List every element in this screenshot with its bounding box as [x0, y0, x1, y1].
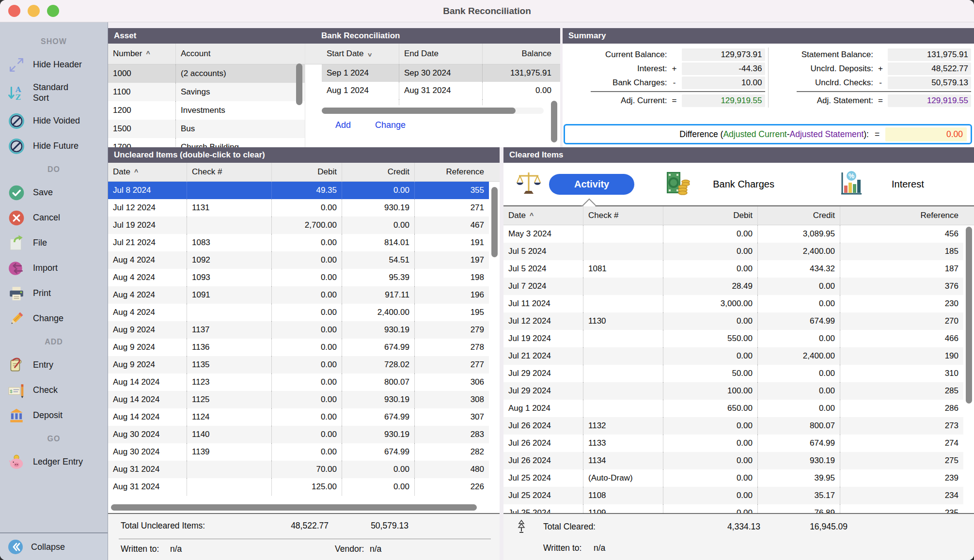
recon-col-balance[interactable]: Balance	[483, 44, 556, 64]
table-row[interactable]: 1500Bus	[108, 120, 305, 138]
table-row[interactable]: Jul 5 20240.002,400.00185	[503, 243, 963, 260]
tab-bank-charges[interactable]: Bank Charges	[713, 179, 774, 190]
sidebar-collapse-button[interactable]: Collapse	[0, 532, 108, 560]
table-row[interactable]: Aug 1 2024Aug 31 20240.00	[322, 82, 560, 99]
sort-asc-icon: ^	[530, 212, 534, 219]
cell: 930.19	[342, 391, 415, 408]
table-row[interactable]: Aug 14 202411250.00930.19308	[108, 391, 489, 408]
close-window-button[interactable]	[8, 5, 20, 17]
summary-value: 50,579.13	[888, 77, 971, 89]
recon-vertical-scrollbar[interactable]	[551, 101, 557, 142]
asset-col-account[interactable]: Account	[176, 44, 305, 64]
sidebar-item-print[interactable]: Print	[0, 281, 108, 306]
table-row[interactable]: Aug 9 202411360.00674.99278	[108, 339, 489, 356]
table-row[interactable]: Aug 4 202410920.0054.51197	[108, 251, 489, 269]
zoom-window-button[interactable]	[47, 5, 59, 17]
cell: 70.00	[272, 461, 342, 478]
uncleared-col-reference[interactable]: Reference	[415, 163, 489, 181]
asset-vertical-scrollbar[interactable]	[296, 63, 302, 105]
table-row[interactable]: Jul 11 20243,000.000.00230	[503, 295, 963, 312]
cell: Aug 31 2024	[399, 82, 483, 99]
table-row[interactable]: May 3 20240.003,089.95456	[503, 225, 963, 243]
table-row[interactable]: Aug 4 202410910.00917.11196	[108, 286, 489, 304]
sidebar-item-hide-header[interactable]: Hide Header	[0, 52, 108, 78]
cell: Jul 12 2024	[108, 199, 187, 217]
table-row[interactable]: 1000(2 accounts)	[108, 64, 305, 83]
add-reconciliation-link[interactable]: Add	[335, 120, 351, 130]
cleared-col-debit[interactable]: Debit	[663, 206, 758, 225]
table-row[interactable]: Jul 21 202410830.00814.01191	[108, 234, 489, 251]
table-row[interactable]: Jul 12 202411310.00930.19271	[108, 199, 489, 217]
sidebar-item-file[interactable]: File	[0, 231, 108, 256]
uncleared-col-credit[interactable]: Credit	[342, 163, 415, 181]
sidebar-item-entry[interactable]: Entry	[0, 353, 108, 378]
uncleared-horizontal-scrollbar[interactable]	[111, 504, 477, 511]
summary-value: 131,975.91	[888, 48, 971, 61]
table-row[interactable]: Jul 19 2024550.000.00466	[503, 330, 963, 347]
tab-activity[interactable]: Activity	[549, 174, 634, 195]
sidebar-item-hide-voided[interactable]: Hide Voided	[0, 109, 108, 134]
cell: Savings	[176, 83, 305, 101]
change-reconciliation-link[interactable]: Change	[375, 120, 406, 130]
table-row[interactable]: Jul 8 202449.350.00355	[108, 182, 489, 199]
table-row[interactable]: Jul 19 20242,700.000.00467	[108, 217, 489, 234]
table-row[interactable]: Aug 31 2024125.000.00226	[108, 478, 489, 496]
sidebar-item-hide-future[interactable]: Hide Future	[0, 134, 108, 159]
table-row[interactable]: Jul 21 20240.002,400.00190	[503, 347, 963, 365]
table-row[interactable]: Sep 1 2024Sep 30 2024131,975.91	[322, 64, 560, 82]
minimize-window-button[interactable]	[28, 5, 40, 17]
recon-col-end-date[interactable]: End Date	[399, 44, 483, 64]
uncleared-col-date[interactable]: Date^	[108, 163, 187, 181]
cleared-col-reference[interactable]: Reference	[840, 206, 963, 225]
table-row[interactable]: Aug 30 202411390.00674.99282	[108, 443, 489, 461]
sidebar-item-cancel[interactable]: Cancel	[0, 205, 108, 231]
table-row[interactable]: Jul 25 202411080.0035.17234	[503, 487, 963, 504]
table-row[interactable]: Aug 14 202411240.00674.99307	[108, 408, 489, 426]
table-row[interactable]: Jul 7 202428.490.00376	[503, 278, 963, 295]
cleared-col-credit[interactable]: Credit	[758, 206, 840, 225]
tab-interest[interactable]: Interest	[892, 179, 924, 190]
sidebar-item-deposit[interactable]: Deposit	[0, 403, 108, 428]
sidebar-item-change[interactable]: Change	[0, 306, 108, 331]
recon-horizontal-scrollbar[interactable]	[322, 107, 544, 115]
cell: 125.00	[272, 478, 342, 496]
summary-label: Unclrd. Deposits:	[771, 64, 874, 74]
table-row[interactable]: 1100Savings	[108, 83, 305, 101]
sidebar-item-save[interactable]: Save	[0, 180, 108, 205]
table-row[interactable]: Jul 26 202411340.00930.19275	[503, 452, 963, 469]
table-row[interactable]: Aug 30 202411400.00930.19283	[108, 426, 489, 443]
table-row[interactable]: Jul 29 2024100.000.00285	[503, 382, 963, 400]
table-row[interactable]: Aug 9 202411370.00930.19279	[108, 321, 489, 339]
summary-label: Unclrd. Checks:	[771, 78, 874, 88]
asset-col-number[interactable]: Number^	[108, 44, 176, 64]
table-row[interactable]: Aug 4 20240.002,400.00195	[108, 304, 489, 321]
table-row[interactable]: Jul 26 202411330.00674.99274	[503, 435, 963, 452]
table-row[interactable]: Jul 25 2024(Auto-Draw)0.0039.95239	[503, 469, 963, 487]
cleared-col-date[interactable]: Date^	[503, 206, 583, 225]
sidebar-item-ledger-entry[interactable]: Ledger Entry	[0, 450, 108, 475]
uncleared-col-check[interactable]: Check #	[187, 163, 272, 181]
cell: 674.99	[342, 408, 415, 426]
table-row[interactable]: Aug 4 202410930.0095.39198	[108, 269, 489, 286]
table-row[interactable]: 1700Church Building	[108, 138, 305, 147]
uncleared-vertical-scrollbar[interactable]	[491, 187, 498, 257]
table-row[interactable]: Aug 31 202470.000.00480	[108, 461, 489, 478]
cleared-col-check[interactable]: Check #	[583, 206, 663, 225]
recon-col-start-date[interactable]: Start Date^	[322, 44, 399, 64]
table-row[interactable]: Aug 9 202411350.00728.02277	[108, 356, 489, 373]
table-row[interactable]: Jul 29 202450.000.00310	[503, 365, 963, 382]
cell: Jul 12 2024	[503, 312, 583, 330]
table-row[interactable]: Jul 5 202410810.00434.32187	[503, 260, 963, 278]
table-row[interactable]: 1200Investments	[108, 101, 305, 120]
table-row[interactable]: Aug 14 202411230.00800.07306	[108, 373, 489, 391]
sidebar-item-import[interactable]: Import	[0, 256, 108, 281]
uncleared-col-debit[interactable]: Debit	[272, 163, 342, 181]
cleared-vertical-scrollbar[interactable]	[966, 227, 972, 404]
table-row[interactable]: Aug 1 2024650.000.00286	[503, 400, 963, 417]
table-row[interactable]: Jul 25 202411090.0076.89235	[503, 504, 963, 513]
sidebar-item-standard-sort[interactable]: AZStandard Sort	[0, 78, 108, 109]
table-row[interactable]: Jul 12 202411300.00674.99270	[503, 312, 963, 330]
sidebar-item-check[interactable]: $Check	[0, 378, 108, 403]
table-row[interactable]: Jul 26 202411320.00800.07273	[503, 417, 963, 435]
cell: 0.00	[342, 182, 415, 199]
